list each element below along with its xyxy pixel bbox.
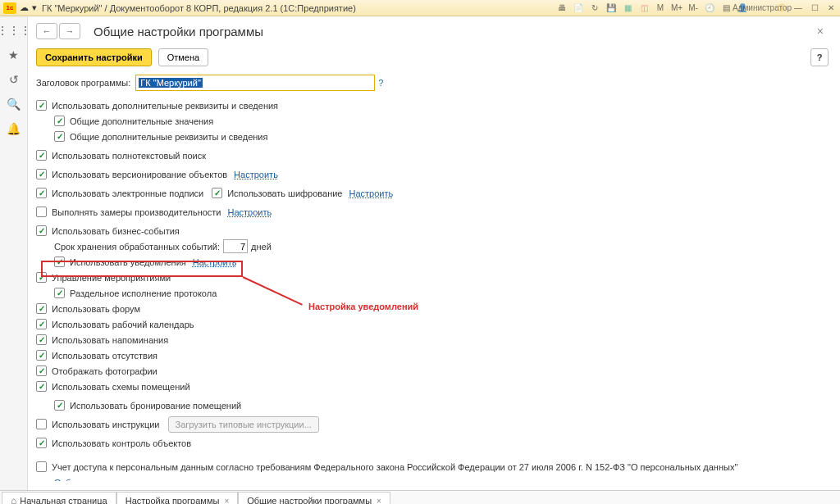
- history-icon[interactable]: ↺: [7, 72, 21, 87]
- settings-scroll-area[interactable]: Использовать дополнительные реквизиты и …: [36, 98, 829, 481]
- cb-absence[interactable]: [36, 350, 47, 361]
- date-icon[interactable]: ◫: [638, 2, 650, 14]
- cancel-button[interactable]: Отмена: [158, 48, 208, 66]
- load-instructions-button[interactable]: Загрузить типовые инструкции...: [168, 416, 319, 433]
- left-sidebar: ⋮⋮⋮ ★ ↺ 🔍 🔔: [0, 16, 28, 490]
- lbl-notify: Использовать уведомления: [70, 257, 186, 267]
- bell-icon[interactable]: 🔔: [7, 121, 21, 136]
- lbl-perf: Выполнять замеры производительности: [52, 207, 221, 217]
- tab-home[interactable]: Начальная страница: [2, 492, 116, 504]
- titlebar: 1c ☁ ▾ ГК "Меркурий" / Документооборот 8…: [0, 0, 840, 16]
- menu-icon[interactable]: ⋮⋮⋮: [7, 23, 21, 38]
- lbl-forum: Использовать форум: [52, 304, 140, 314]
- link-encrypt[interactable]: Настроить: [349, 188, 393, 198]
- cb-booking[interactable]: [54, 400, 65, 411]
- lbl-calendar: Использовать рабочий календарь: [52, 320, 194, 329]
- cb-remind[interactable]: [36, 334, 47, 345]
- cb-forum[interactable]: [36, 303, 47, 314]
- search-icon[interactable]: 🔍: [7, 97, 21, 111]
- cb-extra-attrs[interactable]: [36, 100, 47, 111]
- cb-bizevents[interactable]: [36, 225, 47, 236]
- link-notify[interactable]: Настроить: [193, 257, 237, 267]
- lbl-pdata: Учет доступа к персональным данным согла…: [52, 462, 737, 472]
- cb-rooms[interactable]: [36, 381, 47, 392]
- tab-close-icon[interactable]: ×: [224, 497, 229, 505]
- retention-input[interactable]: [223, 239, 248, 253]
- link-pdata-events[interactable]: События доступа к персональным данным: [54, 478, 234, 482]
- help-button[interactable]: ?: [810, 48, 829, 66]
- field-help-icon[interactable]: ?: [378, 78, 383, 88]
- save-button[interactable]: Сохранить настройки: [36, 48, 152, 66]
- cb-objctrl[interactable]: [36, 438, 47, 448]
- lbl-versioning: Использовать версионирование объектов: [52, 170, 227, 179]
- titlebar-tools: 🖶 📄 ↻ 💾 ▦ ◫ M M+ M- 🕘 ▤ 👤 Администратор …: [556, 2, 837, 14]
- program-title-input[interactable]: ГК "Меркурий": [135, 75, 375, 91]
- cb-common-attrs[interactable]: [54, 131, 65, 142]
- cb-photos[interactable]: [36, 366, 47, 376]
- nav-forward-button[interactable]: →: [59, 23, 80, 39]
- clock-icon[interactable]: 🕘: [704, 2, 715, 14]
- close-form-icon[interactable]: ×: [812, 23, 829, 39]
- cb-common-values[interactable]: [54, 116, 65, 126]
- lbl-extra-attrs: Использовать дополнительные реквизиты и …: [52, 101, 278, 111]
- cb-perf[interactable]: [36, 207, 47, 217]
- close-window-icon[interactable]: ✕: [825, 2, 837, 14]
- minimize-icon[interactable]: —: [792, 2, 804, 14]
- star-icon[interactable]: ★: [7, 48, 21, 62]
- m-plus-icon[interactable]: M+: [671, 2, 682, 14]
- cb-calendar[interactable]: [36, 319, 47, 329]
- lbl-events-mgmt: Управление мероприятиями: [52, 273, 171, 283]
- page-title: Общие настройки программы: [94, 25, 263, 39]
- link-perf[interactable]: Настроить: [228, 207, 272, 217]
- lbl-common-values: Общие дополнительные значения: [70, 116, 213, 126]
- print-icon[interactable]: 🖶: [556, 2, 568, 14]
- lbl-absence: Использовать отсутствия: [52, 351, 158, 361]
- cloud-icon[interactable]: ☁: [20, 2, 29, 13]
- dropdown-icon[interactable]: ▾: [32, 2, 37, 13]
- program-title-value: ГК "Меркурий": [139, 78, 202, 88]
- maximize-icon[interactable]: ☐: [809, 2, 820, 14]
- calendar-icon[interactable]: ▦: [622, 2, 633, 14]
- save-icon[interactable]: 💾: [605, 2, 617, 14]
- lbl-objctrl: Использовать контроль объектов: [52, 438, 191, 448]
- info-icon[interactable]: ⓘ: [776, 2, 788, 14]
- lbl-days: дней: [251, 242, 272, 252]
- cb-encrypt[interactable]: [212, 188, 222, 198]
- lbl-esign: Использовать электронные подписи: [52, 188, 203, 198]
- cb-events-mgmt[interactable]: [36, 272, 47, 283]
- lbl-remind: Использовать напоминания: [52, 335, 168, 345]
- lbl-encrypt: Использовать шифрование: [227, 188, 342, 198]
- tab-close-icon[interactable]: ×: [377, 497, 381, 505]
- cb-fulltext[interactable]: [36, 150, 47, 161]
- cb-esign[interactable]: [36, 188, 47, 198]
- cb-protocol[interactable]: [54, 288, 65, 298]
- lbl-bizevents: Использовать бизнес-события: [52, 226, 180, 236]
- refresh-icon[interactable]: ↻: [589, 2, 600, 14]
- lbl-protocol: Раздельное исполнение протокола: [70, 288, 217, 298]
- header-field-row: Заголовок программы: ГК "Меркурий" ?: [36, 75, 829, 91]
- lbl-instr: Использовать инструкции: [52, 420, 160, 429]
- m-minus-icon[interactable]: M-: [687, 2, 699, 14]
- lbl-rooms: Использовать схемы помещений: [52, 382, 190, 392]
- window-title: ГК "Меркурий" / Документооборот 8 КОРП, …: [42, 3, 556, 13]
- nav-row: ← → Общие настройки программы ×: [36, 23, 829, 39]
- tab-settings[interactable]: Настройка программы×: [116, 492, 239, 504]
- lbl-booking: Использовать бронирование помещений: [70, 401, 241, 411]
- link-versioning[interactable]: Настроить: [234, 170, 278, 179]
- cb-pdata[interactable]: [36, 461, 47, 472]
- doc-icon[interactable]: 📄: [573, 2, 584, 14]
- user-label[interactable]: Администратор: [756, 2, 768, 14]
- lbl-photos: Отображать фотографии: [52, 366, 158, 376]
- lbl-retention: Срок хранения обработанных событий:: [54, 242, 220, 252]
- cb-instr[interactable]: [36, 419, 47, 429]
- content-area: ← → Общие настройки программы × Сохранит…: [28, 16, 840, 490]
- cb-versioning[interactable]: [36, 169, 47, 179]
- m-icon[interactable]: M: [655, 2, 666, 14]
- grid-icon[interactable]: ▤: [720, 2, 732, 14]
- tab-common-settings[interactable]: Общие настройки программы×: [238, 492, 390, 504]
- header-label: Заголовок программы:: [36, 78, 130, 88]
- nav-back-button[interactable]: ←: [36, 23, 57, 39]
- cb-notify[interactable]: [54, 257, 65, 267]
- lbl-common-attrs: Общие дополнительные реквизиты и сведени…: [70, 132, 267, 142]
- lbl-fulltext: Использовать полнотекстовый поиск: [52, 151, 206, 161]
